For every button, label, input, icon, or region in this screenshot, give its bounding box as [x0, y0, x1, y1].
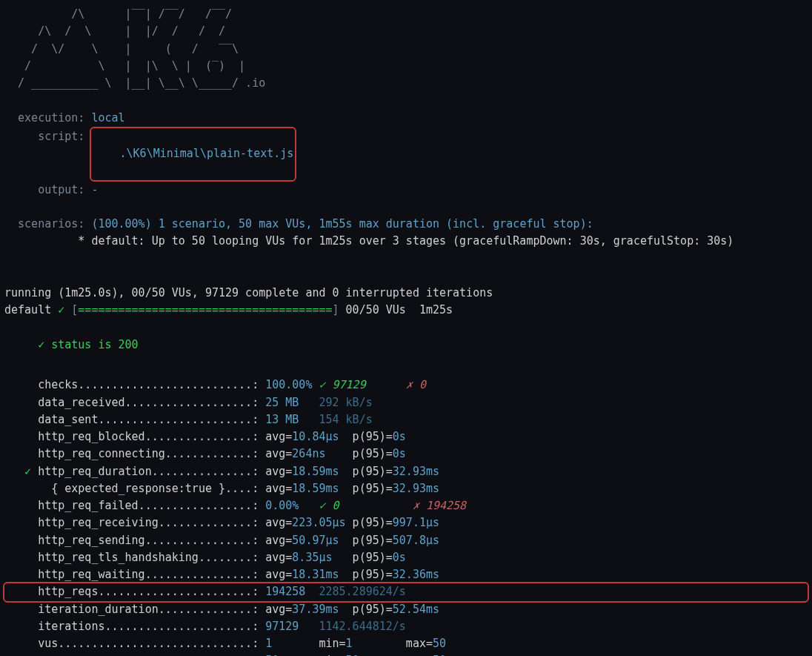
metric-dots: ...................:: [125, 394, 266, 411]
metric-value: 50: [433, 652, 446, 656]
metric-value: 154 kB/s: [319, 411, 372, 428]
metric-row-http-req-duration: ✓ http_req_duration...............: avg=…: [4, 463, 808, 480]
metric-value: [339, 497, 413, 514]
metric-label: { expected_response:true }: [51, 480, 225, 497]
metric-dots: ......................:: [104, 618, 265, 635]
metric-value: p(95)=: [339, 428, 393, 445]
metric-dots: ..........................:: [78, 377, 265, 394]
metric-value: 50: [433, 635, 446, 652]
metric-value: 0s: [393, 428, 406, 445]
metric-label: http_req_connecting: [38, 445, 165, 463]
metric-value: 97129: [265, 618, 299, 635]
metric-dots: .............................:: [58, 635, 265, 652]
metric-value: p(95)=: [339, 480, 393, 497]
metric-row-http-req-connecting: http_req_connecting.............: avg=26…: [4, 445, 808, 463]
metric-value: p(95)=: [339, 463, 393, 480]
metric-row--expected-response-true-: { expected_response:true }....: avg=18.5…: [4, 480, 808, 497]
metric-label: data_sent: [38, 411, 98, 428]
metric-value: avg=: [265, 601, 292, 618]
scenarios-value: (100.00%) 1 scenario, 50 max VUs, 1m55s …: [91, 216, 593, 233]
metric-row-data-received: data_received...................: 25 MB …: [4, 394, 808, 411]
metric-value: 52.54ms: [393, 601, 439, 618]
metric-checkmark-icon: ✓: [24, 463, 38, 480]
metric-value: 1: [346, 635, 353, 652]
output-value: -: [91, 182, 98, 199]
metric-label: http_req_sending: [38, 532, 145, 549]
k6-ascii-logo: /\ |‾‾| /‾‾/ /‾‾/ /\ / \ | |/ / / / / \/…: [4, 6, 808, 92]
metric-value: avg=: [265, 445, 292, 463]
metric-value: avg=: [265, 549, 292, 566]
progress-bar-open: [: [71, 302, 78, 319]
metric-value: 37.39ms: [292, 601, 339, 618]
metric-value: 292 kB/s: [319, 394, 372, 411]
metric-label: checks: [38, 377, 78, 394]
metric-value: 223.05µs: [292, 514, 345, 531]
metric-value: 13 MB: [265, 411, 299, 428]
metric-label: http_req_failed: [38, 497, 138, 514]
metric-label: http_reqs: [38, 583, 98, 600]
metric-value: 0.00%: [265, 497, 299, 514]
metric-value: 18.31ms: [292, 566, 339, 583]
metric-value: [299, 411, 319, 428]
metric-dots: .............:: [165, 445, 265, 463]
script-path-box: .\K6\Minimal\plain-text.js: [90, 127, 296, 182]
metric-dots: ..............:: [159, 514, 266, 531]
metric-value: p(95)=: [346, 514, 393, 531]
metric-row-http-req-waiting: http_req_waiting................: avg=18…: [4, 566, 808, 583]
metric-value: avg=: [265, 532, 292, 549]
output-line: output: -: [4, 182, 808, 199]
metric-value: 0s: [393, 445, 406, 463]
progress-bar-close: ]: [333, 302, 339, 319]
metric-value: 25 MB: [265, 394, 299, 411]
metric-value: [366, 377, 406, 394]
metric-value: p(95)=: [326, 445, 393, 463]
metric-dots: ...............:: [152, 463, 266, 480]
metric-value: ✓ 97129: [319, 377, 365, 394]
metric-value: 10.84µs: [292, 428, 339, 445]
metric-label: http_req_receiving: [38, 514, 159, 531]
metric-value: min=: [272, 635, 345, 652]
metric-dots: ....:: [225, 480, 265, 497]
metric-label: http_req_waiting: [38, 566, 145, 583]
metric-row-vus: vus.............................: 1 min=…: [4, 635, 808, 652]
execution-label: execution:: [4, 110, 84, 127]
metric-dots: .......................:: [98, 583, 265, 600]
metric-value: avg=: [265, 428, 292, 445]
metric-value: [299, 618, 319, 635]
scenarios-line-2: * default: Up to 50 looping VUs for 1m25…: [4, 233, 808, 250]
metric-dots: .........................:: [84, 652, 265, 656]
metric-value: [299, 497, 319, 514]
metric-value: 50: [346, 652, 359, 656]
metric-value: avg=: [265, 480, 292, 497]
metric-value: [312, 377, 319, 394]
metric-value: 50: [265, 652, 279, 656]
metric-label: vus: [38, 635, 58, 652]
metric-value: ✗ 0: [406, 377, 426, 394]
metric-label: http_req_tls_handshaking: [38, 549, 199, 566]
metric-value: ✗ 194258: [413, 497, 466, 514]
metric-value: 2285.289624/s: [319, 583, 405, 600]
metric-value: min=: [279, 652, 345, 656]
metric-value: avg=: [265, 514, 292, 531]
metric-row-data-sent: data_sent.......................: 13 MB …: [4, 411, 808, 428]
metric-value: avg=: [265, 566, 292, 583]
metric-dots: ................:: [145, 532, 266, 549]
metric-row-http-req-sending: http_req_sending................: avg=50…: [4, 532, 808, 549]
metric-value: max=: [359, 652, 433, 656]
metric-label: iterations: [38, 618, 104, 635]
scenarios-details: * default: Up to 50 looping VUs for 1m25…: [4, 233, 733, 250]
exec-line: execution: local: [4, 110, 808, 127]
metric-row-http-req-receiving: http_req_receiving..............: avg=22…: [4, 514, 808, 531]
running-text: running (1m25.0s), 00/50 VUs, 97129 comp…: [4, 285, 493, 302]
script-line: script: .\K6\Minimal\plain-text.js: [4, 127, 808, 182]
running-line: running (1m25.0s), 00/50 VUs, 97129 comp…: [4, 285, 808, 302]
metric-dots: .................:: [139, 497, 266, 514]
metric-value: 194258: [265, 583, 305, 600]
script-path: .\K6\Minimal\plain-text.js: [120, 147, 294, 160]
progress-vus-info: 00/50 VUs 1m25s: [346, 302, 453, 319]
metric-value: 100.00%: [265, 377, 312, 394]
metric-dots: .......................:: [98, 411, 265, 428]
metric-value: 507.8µs: [393, 532, 439, 549]
metric-row-iterations: iterations......................: 97129 …: [4, 618, 808, 635]
metric-label: http_req_duration: [38, 463, 152, 480]
